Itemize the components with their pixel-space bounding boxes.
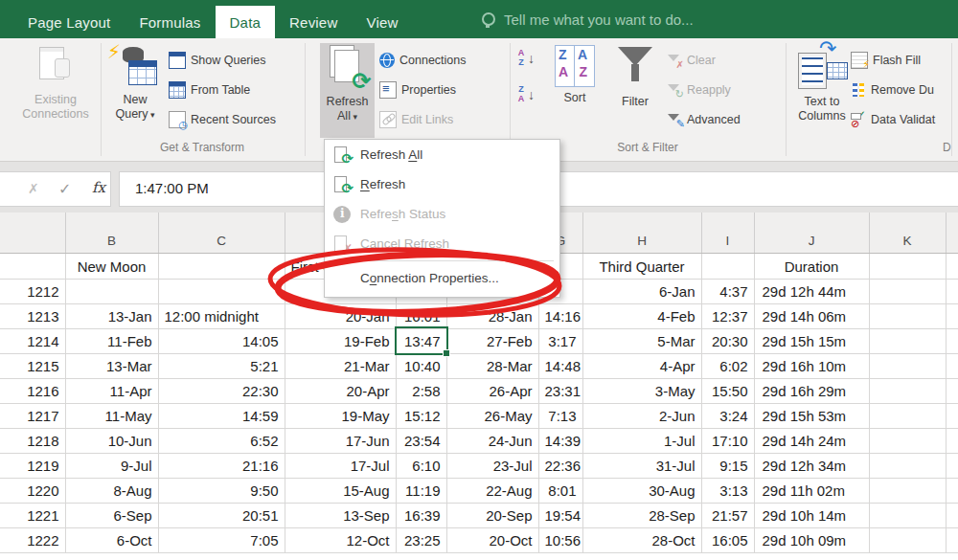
cell[interactable] bbox=[869, 280, 946, 304]
cell[interactable]: 3:17 bbox=[538, 329, 582, 354]
cell[interactable]: 14:39 bbox=[538, 429, 582, 454]
column-header[interactable]: K bbox=[869, 213, 946, 254]
cell[interactable]: 27-Feb bbox=[446, 329, 538, 354]
cell[interactable] bbox=[869, 504, 946, 528]
cell[interactable]: 6-Oct bbox=[65, 528, 158, 553]
column-header[interactable] bbox=[946, 213, 958, 254]
cell[interactable]: 29d 10h 14m bbox=[754, 504, 869, 528]
cell[interactable]: 2:58 bbox=[396, 379, 446, 404]
cell[interactable] bbox=[946, 379, 958, 404]
column-header[interactable]: H bbox=[582, 213, 701, 254]
advanced-button[interactable]: Advanced bbox=[667, 109, 741, 130]
cell[interactable]: 1218 bbox=[0, 429, 65, 454]
enter-icon[interactable] bbox=[58, 180, 71, 198]
cell[interactable]: New Moon bbox=[65, 254, 158, 280]
cell[interactable] bbox=[946, 504, 958, 528]
column-header[interactable]: C bbox=[158, 213, 285, 254]
cell[interactable]: 10:40 bbox=[396, 354, 446, 379]
cell[interactable]: 1216 bbox=[0, 379, 65, 404]
cell[interactable] bbox=[65, 280, 158, 304]
cell[interactable]: 22:36 bbox=[538, 454, 582, 479]
tab-review[interactable]: Review bbox=[275, 6, 352, 38]
new-query-button[interactable]: ⚡ New Query bbox=[103, 43, 167, 138]
cell[interactable]: 16:01 bbox=[396, 304, 446, 329]
column-header[interactable]: B bbox=[65, 213, 158, 254]
cell[interactable]: 14:48 bbox=[538, 354, 582, 379]
cell[interactable]: 3:13 bbox=[701, 479, 754, 504]
properties-button[interactable]: Properties bbox=[379, 79, 456, 101]
insert-function-icon[interactable] bbox=[92, 179, 105, 196]
cell[interactable]: 21:57 bbox=[701, 504, 754, 528]
cancel-icon[interactable] bbox=[28, 181, 39, 196]
column-header[interactable]: I bbox=[701, 213, 754, 254]
cell[interactable]: 28-Oct bbox=[582, 528, 701, 553]
cell[interactable]: 14:05 bbox=[158, 329, 285, 354]
cell[interactable]: 1215 bbox=[0, 354, 65, 379]
cell[interactable]: 29d 16h 29m bbox=[754, 379, 869, 404]
cell[interactable]: 20-Oct bbox=[446, 528, 538, 553]
cell[interactable] bbox=[869, 429, 946, 454]
refresh-all-button[interactable]: ⟳ Refresh All bbox=[320, 43, 375, 138]
cell[interactable]: 30-Aug bbox=[582, 479, 701, 504]
cell[interactable] bbox=[869, 304, 946, 329]
tab-page-layout[interactable]: Page Layout bbox=[13, 6, 125, 38]
cell[interactable]: 7:05 bbox=[158, 528, 285, 553]
cell[interactable]: 23:31 bbox=[538, 379, 582, 404]
cell[interactable]: 12:37 bbox=[701, 304, 754, 329]
cell[interactable]: 20:30 bbox=[701, 329, 754, 354]
cell[interactable]: 1213 bbox=[0, 304, 65, 329]
cell[interactable]: 29d 15h 15m bbox=[754, 329, 869, 354]
cell[interactable]: 1221 bbox=[0, 504, 65, 528]
cell[interactable]: 21:16 bbox=[158, 454, 285, 479]
text-to-columns-button[interactable]: ↷ Text to Columns bbox=[791, 43, 853, 138]
menu-item-refresh[interactable]: Refresh bbox=[325, 169, 559, 199]
cell[interactable]: 13-Mar bbox=[65, 354, 158, 379]
cell[interactable]: 13-Jan bbox=[65, 304, 158, 329]
tell-me-box[interactable]: Tell me what you want to do... bbox=[482, 0, 694, 38]
clear-button[interactable]: Clear bbox=[667, 50, 716, 71]
show-queries-button[interactable]: Show Queries bbox=[169, 50, 266, 71]
cell[interactable]: 21-Mar bbox=[285, 354, 396, 379]
cell[interactable] bbox=[158, 254, 285, 280]
cell[interactable] bbox=[946, 454, 958, 479]
cell[interactable] bbox=[0, 254, 65, 280]
cell[interactable]: 8-Aug bbox=[65, 479, 158, 504]
cell[interactable] bbox=[946, 304, 958, 329]
cell[interactable]: 22-Aug bbox=[446, 479, 538, 504]
cell[interactable] bbox=[869, 254, 946, 280]
cell[interactable]: 17:10 bbox=[701, 429, 754, 454]
tab-view[interactable]: View bbox=[352, 6, 412, 38]
cell[interactable]: 29d 12h 44m bbox=[754, 280, 869, 304]
sort-button[interactable]: Sort bbox=[548, 43, 602, 138]
tab-formulas[interactable]: Formulas bbox=[125, 6, 215, 38]
tab-data[interactable]: Data bbox=[216, 6, 276, 38]
cell[interactable]: 7:13 bbox=[538, 404, 582, 429]
cell[interactable]: 29d 14h 24m bbox=[754, 429, 869, 454]
cell[interactable]: 29d 10h 09m bbox=[754, 528, 869, 553]
cell[interactable]: 14:16 bbox=[538, 304, 582, 329]
cell[interactable]: Duration bbox=[754, 254, 869, 280]
menu-item-cancel-refresh[interactable]: Cancel Refresh bbox=[325, 229, 559, 258]
cell[interactable]: 23-Jul bbox=[446, 454, 538, 479]
filter-button[interactable]: Filter bbox=[607, 43, 663, 138]
cell[interactable]: 8:01 bbox=[538, 479, 582, 504]
recent-sources-button[interactable]: Recent Sources bbox=[169, 109, 276, 130]
cell[interactable]: 31-Jul bbox=[582, 454, 701, 479]
menu-item-connection-properties[interactable]: Connection Properties... bbox=[325, 263, 559, 293]
cell[interactable]: 17-Jul bbox=[285, 454, 396, 479]
cell[interactable]: 11-May bbox=[65, 404, 158, 429]
cell[interactable] bbox=[158, 280, 285, 304]
cell[interactable] bbox=[946, 280, 958, 304]
column-header[interactable] bbox=[0, 213, 65, 254]
cell[interactable]: 13:47 bbox=[396, 329, 446, 354]
cell[interactable]: 13-Sep bbox=[285, 504, 396, 528]
flash-fill-button[interactable]: Flash Fill bbox=[851, 50, 921, 71]
cell[interactable]: 28-Sep bbox=[582, 504, 701, 528]
connections-button[interactable]: Connections bbox=[379, 50, 467, 71]
cell[interactable]: 19-May bbox=[285, 404, 396, 429]
cell[interactable]: 9-Jul bbox=[65, 454, 158, 479]
cell[interactable]: 20-Jan bbox=[285, 304, 396, 329]
cell[interactable] bbox=[946, 354, 958, 379]
menu-item-refresh-status[interactable]: Refresh Status bbox=[325, 199, 559, 229]
cell[interactable]: 11-Feb bbox=[65, 329, 158, 354]
